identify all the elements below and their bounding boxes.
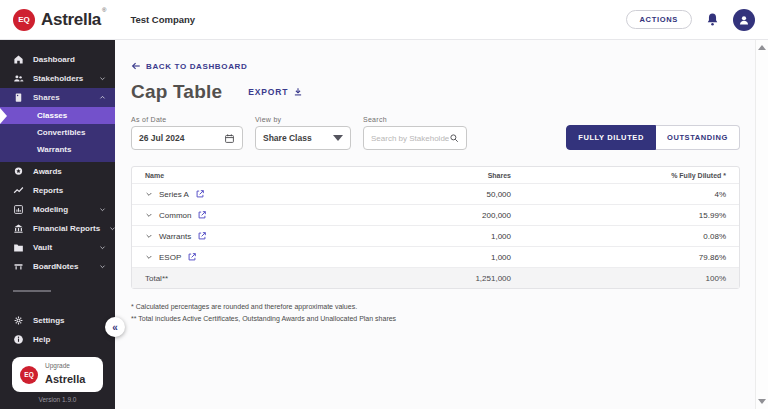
column-name: Name: [145, 172, 406, 179]
upgrade-card[interactable]: EQ Upgrade Astrella: [12, 357, 103, 392]
sidebar-subitem-label: Classes: [37, 111, 67, 120]
main-content: BACK TO DASHBOARD Cap Table EXPORT As of…: [115, 40, 755, 409]
expand-chevron-icon[interactable]: [145, 211, 153, 219]
sidebar-item-label: Settings: [33, 316, 65, 325]
back-to-dashboard-link[interactable]: BACK TO DASHBOARD: [131, 61, 247, 71]
gear-icon: [13, 315, 24, 326]
view-by-value: Share Class: [263, 133, 312, 143]
selected-marker: [0, 108, 7, 124]
outstanding-tab[interactable]: OUTSTANDING: [656, 125, 740, 150]
download-icon: [293, 87, 303, 97]
as-of-date-label: As of Date: [131, 116, 243, 123]
external-link-icon[interactable]: [197, 210, 207, 220]
row-shares: 1,000: [406, 232, 511, 241]
footnote-1: * Calculated percentages are rounded and…: [131, 301, 755, 313]
folder-icon: [13, 242, 24, 253]
sidebar-item-dashboard[interactable]: Dashboard: [0, 50, 115, 69]
top-bar: EQ Astrella ® Test Company ACTIONS: [0, 0, 768, 40]
bank-icon: [13, 223, 24, 234]
sidebar-item-label: Modeling: [33, 205, 68, 214]
sidebar-item-label: Dashboard: [33, 55, 75, 64]
sidebar: Dashboard Stakeholders Shares: [0, 40, 115, 409]
table-row: Series A 50,000 4%: [132, 183, 739, 204]
sidebar-item-stakeholders[interactable]: Stakeholders: [0, 69, 115, 88]
sidebar-subitem-classes[interactable]: Classes: [0, 107, 115, 124]
upgrade-label: Upgrade: [45, 362, 85, 369]
column-fully-diluted: % Fully Diluted *: [511, 172, 726, 179]
sidebar-subitem-convertibles[interactable]: Convertibles: [0, 124, 115, 141]
astrella-logo[interactable]: EQ Astrella ®: [13, 9, 106, 31]
sidebar-item-label: Vault: [33, 243, 52, 252]
bell-icon: [705, 12, 720, 27]
external-link-icon[interactable]: [195, 189, 205, 199]
notifications-button[interactable]: [705, 12, 720, 27]
external-link-icon[interactable]: [187, 252, 197, 262]
sidebar-item-modeling[interactable]: Modeling: [0, 200, 115, 219]
search-input[interactable]: [371, 134, 449, 143]
sidebar-item-vault[interactable]: Vault: [0, 238, 115, 257]
registered-mark: ®: [102, 7, 106, 13]
chevron-up-icon: [99, 94, 106, 101]
sidebar-item-label: BoardNotes: [33, 262, 78, 271]
scroll-down-icon[interactable]: [758, 399, 766, 404]
scrollbar[interactable]: [755, 40, 768, 409]
total-label: Total**: [145, 274, 406, 283]
calendar-icon[interactable]: [224, 133, 235, 144]
page-title: Cap Table: [131, 81, 222, 103]
search-icon[interactable]: [449, 133, 459, 143]
sidebar-item-reports[interactable]: Reports: [0, 181, 115, 200]
cap-table: Name Shares % Fully Diluted * Series A 5…: [131, 166, 740, 289]
search-box: [363, 126, 467, 150]
back-arrow-icon: [131, 61, 141, 71]
search-label: Search: [363, 116, 467, 123]
table-row: Warrants 1,000 0.08%: [132, 225, 739, 246]
sidebar-subitem-label: Convertibles: [37, 128, 85, 137]
sidebar-item-settings[interactable]: Settings: [0, 311, 115, 330]
sidebar-item-financial-reports[interactable]: Financial Reports: [0, 219, 115, 238]
company-name: Test Company: [130, 14, 195, 25]
footnotes: * Calculated percentages are rounded and…: [131, 301, 755, 324]
sidebar-subitem-warrants[interactable]: Warrants: [0, 141, 115, 158]
sidebar-item-label: Stakeholders: [33, 74, 83, 83]
sidebar-item-boardnotes[interactable]: BoardNotes: [0, 257, 115, 276]
expand-chevron-icon[interactable]: [145, 253, 153, 261]
upgrade-brand: Astrella: [45, 373, 85, 385]
row-name: Warrants: [159, 232, 191, 241]
scroll-up-icon[interactable]: [758, 45, 766, 50]
actions-button[interactable]: ACTIONS: [626, 10, 692, 29]
export-button[interactable]: EXPORT: [248, 87, 303, 97]
avatar-icon: [737, 13, 751, 27]
row-shares: 1,000: [406, 253, 511, 262]
table-row: ESOP 1,000 79.86%: [132, 246, 739, 267]
fully-diluted-tab[interactable]: FULLY DILUTED: [566, 125, 656, 150]
brand-name: Astrella: [41, 9, 101, 31]
people-icon: [13, 73, 24, 84]
table-header: Name Shares % Fully Diluted *: [132, 167, 739, 183]
row-name: Series A: [159, 190, 189, 199]
date-input[interactable]: 26 Jul 2024: [131, 126, 243, 150]
sidebar-collapse-button[interactable]: «: [105, 317, 125, 337]
version-label: Version 1.9.0: [0, 396, 115, 403]
row-shares: 200,000: [406, 211, 511, 220]
view-by-select[interactable]: Share Class: [255, 126, 351, 150]
expand-chevron-icon[interactable]: [145, 190, 153, 198]
sidebar-item-help[interactable]: Help: [0, 330, 115, 349]
bar-chart-icon: [13, 204, 24, 215]
expand-chevron-icon[interactable]: [145, 232, 153, 240]
row-name: ESOP: [159, 253, 181, 262]
board-icon: [13, 261, 24, 272]
sidebar-item-shares[interactable]: Shares: [0, 88, 115, 107]
external-link-icon[interactable]: [197, 231, 207, 241]
sidebar-item-awards[interactable]: Awards: [0, 162, 115, 181]
sidebar-item-label: Help: [33, 335, 50, 344]
view-by-label: View by: [255, 116, 351, 123]
profile-button[interactable]: [733, 9, 755, 31]
trend-icon: [13, 185, 24, 196]
sidebar-subitem-label: Warrants: [37, 145, 71, 154]
row-pct: 15.99%: [511, 211, 726, 220]
dropdown-arrow-icon: [333, 135, 343, 141]
certificate-icon: [13, 92, 24, 103]
sidebar-item-label: Reports: [33, 186, 63, 195]
info-icon: [13, 334, 24, 345]
home-icon: [13, 54, 24, 65]
